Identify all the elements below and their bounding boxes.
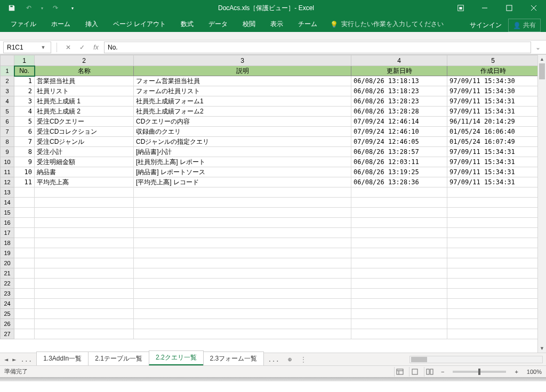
tab-nav-more-right[interactable]: ... (268, 356, 279, 363)
normal-view-button[interactable] (394, 367, 406, 377)
cell-no[interactable]: 9 (14, 157, 35, 167)
row-header[interactable]: 24 (1, 299, 14, 309)
cell-desc[interactable]: [平均売上高] レコード (134, 177, 351, 187)
enter-formula-button[interactable]: ✓ (76, 44, 88, 51)
ribbon-tab-team[interactable]: チーム (291, 17, 325, 32)
cell-name[interactable]: 納品書 (35, 167, 134, 177)
cell-updated[interactable]: 07/09/24 12:46:05 (351, 137, 447, 147)
header-cell[interactable]: 名称 (35, 66, 134, 76)
col-header-1[interactable]: 1 (14, 55, 35, 66)
zoom-level[interactable]: 100% (524, 369, 542, 375)
page-break-view-button[interactable] (424, 367, 436, 377)
cell-desc[interactable]: CDクエリーの内容 (134, 117, 351, 127)
close-button[interactable] (521, 0, 546, 16)
insert-function-button[interactable]: fx (90, 44, 102, 51)
col-header-5[interactable]: 5 (447, 55, 538, 66)
row-header[interactable]: 9 (1, 147, 14, 157)
row-header[interactable]: 8 (1, 137, 14, 147)
cell-created[interactable]: 97/09/11 15:34:31 (447, 96, 538, 107)
tab-nav-more-left[interactable]: ... (20, 356, 32, 363)
undo-button[interactable]: ↶ (21, 2, 36, 14)
cell-created[interactable]: 97/09/11 15:34:31 (447, 167, 538, 177)
cell-no[interactable]: 5 (14, 117, 35, 127)
row-header[interactable]: 25 (1, 309, 14, 319)
cell-no[interactable]: 3 (14, 96, 35, 107)
row-header[interactable]: 7 (1, 127, 14, 137)
qat-customize[interactable]: ▾ (65, 2, 80, 14)
cell-updated[interactable]: 06/08/26 13:28:57 (351, 147, 447, 157)
cell-desc[interactable]: 社員売上成績フォーム2 (134, 107, 351, 117)
row-header[interactable]: 19 (1, 248, 14, 258)
cell-name[interactable]: 営業担当社員 (35, 76, 134, 86)
ribbon-tab-home[interactable]: ホーム (44, 17, 78, 32)
cell-created[interactable]: 96/11/14 20:14:29 (447, 117, 538, 127)
ribbon-display-options[interactable] (452, 2, 469, 14)
ribbon-tab-insert[interactable]: 挿入 (78, 17, 106, 32)
row-header[interactable]: 3 (1, 86, 14, 96)
row-header[interactable]: 18 (1, 238, 14, 248)
zoom-slider[interactable] (453, 371, 506, 373)
cell-created[interactable]: 97/09/11 15:34:31 (447, 147, 538, 157)
zoom-in-button[interactable]: + (512, 369, 520, 375)
row-header[interactable]: 6 (1, 117, 14, 127)
col-header-3[interactable]: 3 (134, 55, 351, 66)
share-button[interactable]: 👤 共有 (508, 19, 541, 32)
cell-name[interactable]: 受注CDクエリー (35, 117, 134, 127)
tab-nav-prev[interactable]: ► (12, 356, 16, 363)
cell-created[interactable]: 01/05/24 16:07:49 (447, 137, 538, 147)
row-header[interactable]: 12 (1, 177, 14, 187)
cell-created[interactable]: 97/09/11 15:34:30 (447, 76, 538, 86)
row-header[interactable]: 13 (1, 187, 14, 198)
row-header[interactable]: 26 (1, 319, 14, 329)
cell-name[interactable]: 受注CDジャンル (35, 137, 134, 147)
sheet-tab[interactable]: 2.2クエリ一覧 (149, 350, 204, 365)
ribbon-tab-view[interactable]: 表示 (263, 17, 291, 32)
cell-created[interactable]: 97/09/11 15:34:31 (447, 107, 538, 117)
hscroll-thumb[interactable] (411, 357, 427, 362)
cell-updated[interactable]: 06/08/26 13:18:23 (351, 86, 447, 96)
sheet-tab[interactable]: 1.3AddIn一覧 (36, 352, 89, 365)
cancel-formula-button[interactable]: ✕ (62, 44, 74, 51)
tab-split-handle[interactable]: ⋮ (300, 356, 307, 363)
cell-desc[interactable]: 収録曲のクエリ (134, 127, 351, 137)
cell-no[interactable]: 2 (14, 86, 35, 96)
cell-created[interactable]: 01/05/24 16:06:40 (447, 127, 538, 137)
row-header[interactable]: 15 (1, 208, 14, 218)
cell-desc[interactable]: [納品書]小計 (134, 147, 351, 157)
header-cell[interactable]: 作成日時 (447, 66, 538, 76)
cell-name[interactable]: 社員売上成績 2 (35, 107, 134, 117)
cell-no[interactable]: 7 (14, 137, 35, 147)
page-layout-view-button[interactable] (409, 367, 421, 377)
cell-desc[interactable]: フォームの社員リスト (134, 86, 351, 96)
cell-updated[interactable]: 06/08/26 13:28:23 (351, 96, 447, 107)
row-header[interactable]: 16 (1, 218, 14, 228)
cell-created[interactable]: 97/09/11 15:34:31 (447, 177, 538, 187)
cell-updated[interactable]: 06/08/26 13:28:28 (351, 107, 447, 117)
row-header[interactable]: 14 (1, 198, 14, 208)
tab-nav-first[interactable]: ◄ (4, 356, 8, 363)
zoom-out-button[interactable]: − (439, 369, 446, 375)
maximize-button[interactable] (497, 0, 521, 16)
header-cell[interactable]: 更新日時 (351, 66, 447, 76)
sheet-tab[interactable]: 2.1テーブル一覧 (88, 352, 149, 365)
col-header-2[interactable]: 2 (35, 55, 134, 66)
select-all-corner[interactable] (1, 55, 14, 66)
cell-updated[interactable]: 06/08/26 13:28:36 (351, 177, 447, 187)
minimize-button[interactable] (472, 0, 497, 16)
cell-desc[interactable]: 社員売上成績フォーム1 (134, 96, 351, 107)
cell-name[interactable]: 社員売上成績 1 (35, 96, 134, 107)
col-header-4[interactable]: 4 (351, 55, 447, 66)
cell-no[interactable]: 4 (14, 107, 35, 117)
cell-updated[interactable]: 06/08/26 13:19:25 (351, 167, 447, 177)
cell-no[interactable]: 1 (14, 76, 35, 86)
cell-no[interactable]: 10 (14, 167, 35, 177)
vscroll-thumb[interactable] (539, 63, 545, 79)
row-header[interactable]: 17 (1, 228, 14, 238)
ribbon-tab-file[interactable]: ファイル (3, 17, 44, 32)
undo-dropdown[interactable]: ▾ (38, 2, 46, 14)
row-header[interactable]: 22 (1, 279, 14, 289)
cell-desc[interactable]: [社員別売上高] レポート (134, 157, 351, 167)
row-header[interactable]: 27 (1, 329, 14, 339)
save-button[interactable] (4, 2, 19, 14)
row-header[interactable]: 2 (1, 76, 14, 86)
